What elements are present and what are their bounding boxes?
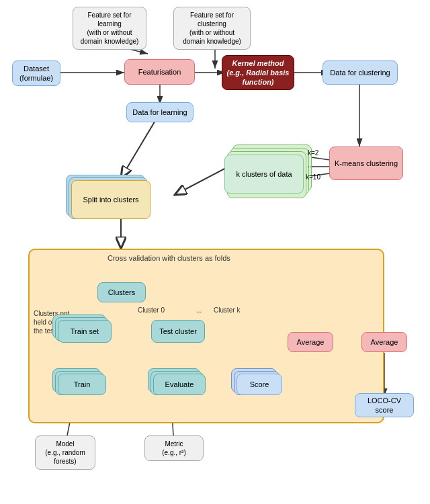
k10-label: k=10	[306, 173, 320, 181]
feature-set-learning-box: Feature set for learning (with or withou…	[73, 7, 146, 50]
clusterk-label: Cluster k	[214, 306, 240, 314]
score-box: Score	[236, 374, 282, 395]
cluster-dots-label: ...	[196, 306, 202, 314]
metric-note-box: Metric (e.g., r²)	[144, 435, 204, 461]
train-set-label: Train set	[71, 327, 99, 336]
train-set-box: Train set	[58, 320, 112, 343]
model-note-box: Model (e.g., random forests)	[35, 435, 95, 470]
split-into-clusters-label: Split into clusters	[83, 195, 138, 204]
model-note-label: Model (e.g., random forests)	[45, 440, 85, 465]
svg-line-13	[175, 167, 228, 195]
average-inner-box: Average	[288, 332, 333, 352]
dataset-box: Dataset (formulae)	[12, 60, 60, 86]
clusters-box: Clusters	[97, 282, 146, 302]
kmeans-label: K-means clustering	[335, 159, 398, 168]
score-label: Score	[250, 380, 269, 389]
loco-cv-box: LOCO-CV score	[355, 393, 414, 417]
test-cluster-label: Test cluster	[159, 327, 197, 336]
kdots-label: ...	[308, 161, 313, 169]
feature-set-learning-label: Feature set for learning (with or withou…	[81, 11, 139, 45]
kernel-method-label: Kernel method (e.g., Radial basis functi…	[227, 58, 290, 87]
feature-set-clustering-box: Feature set for clustering (with or with…	[173, 7, 251, 50]
k-clusters-label: k clusters of data	[236, 169, 292, 179]
data-for-learning-box: Data for learning	[126, 102, 194, 122]
train-box: Train	[58, 374, 106, 395]
svg-line-14	[121, 113, 160, 178]
data-for-learning-label: Data for learning	[132, 108, 187, 117]
split-into-clusters-box: Split into clusters	[71, 180, 150, 219]
test-cluster-box: Test cluster	[151, 320, 205, 343]
cv-label: Cross validation with clusters as folds	[108, 254, 230, 262]
data-for-clustering-box: Data for clustering	[322, 60, 398, 85]
k-clusters-box: k clusters of data	[224, 155, 304, 194]
featurisation-label: Featurisation	[138, 67, 181, 77]
clusters-label: Clusters	[108, 288, 135, 297]
train-label: Train	[74, 380, 91, 389]
average-inner-label: Average	[297, 337, 325, 347]
featurisation-box: Featurisation	[124, 59, 195, 85]
metric-note-label: Metric (e.g., r²)	[162, 440, 186, 456]
diagram: Feature set for learning (with or withou…	[0, 0, 430, 504]
dataset-label: Dataset (formulae)	[19, 64, 53, 83]
evaluate-label: Evaluate	[165, 380, 194, 389]
k2-label: k=2	[308, 149, 318, 157]
data-for-clustering-label: Data for clustering	[330, 68, 390, 77]
evaluate-box: Evaluate	[153, 374, 206, 395]
average-outer-label: Average	[371, 337, 398, 347]
average-outer-box: Average	[361, 332, 407, 352]
loco-cv-label: LOCO-CV score	[359, 396, 409, 415]
kmeans-box: K-means clustering	[329, 146, 403, 180]
cluster0-label: Cluster 0	[138, 306, 165, 314]
kernel-method-box: Kernel method (e.g., Radial basis functi…	[222, 55, 294, 90]
feature-set-clustering-label: Feature set for clustering (with or with…	[183, 11, 241, 45]
